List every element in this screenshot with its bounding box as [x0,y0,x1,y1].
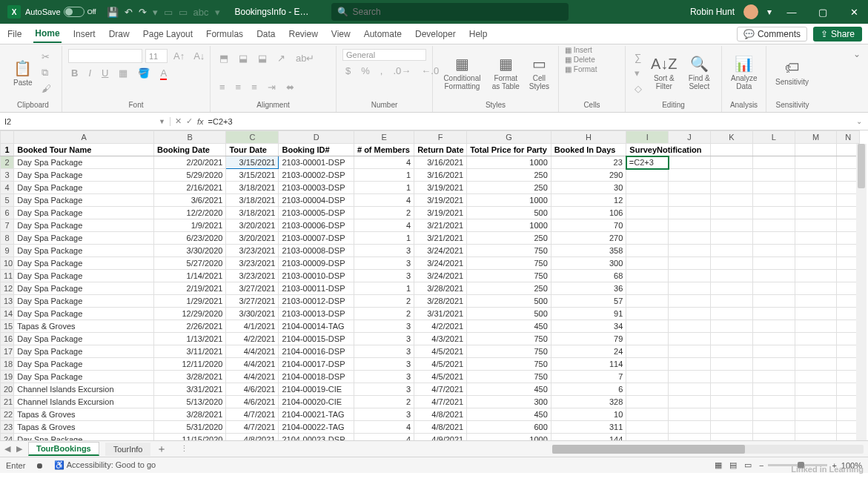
cell[interactable]: 3/23/2021 [226,257,279,270]
cell[interactable] [710,245,752,257]
tab-view[interactable]: View [330,26,352,42]
cell[interactable] [626,408,669,421]
expand-formula-bar-icon[interactable]: ⌄ [850,117,868,125]
scrollbar-thumb[interactable] [858,144,865,188]
cell[interactable]: 3/28/2021 [414,282,467,295]
find-select-button[interactable]: 🔍Find & Select [683,53,715,92]
cell[interactable]: Total Price for Party [467,144,551,156]
cell[interactable]: 4/1/2021 [226,320,279,333]
cell[interactable] [795,282,837,295]
cell[interactable] [710,320,752,333]
format-as-table-button[interactable]: ▦Format as Table [488,53,523,92]
align-right-icon[interactable]: ≡ [248,80,260,94]
cell[interactable]: 34 [551,320,626,333]
cell[interactable]: 2103-00011-DSP [279,282,354,295]
format-cells-button[interactable]: ▦ Format [565,65,619,73]
col-header-D[interactable]: D [279,131,354,144]
currency-icon[interactable]: $ [342,64,354,78]
col-header-I[interactable]: I [626,131,669,144]
bold-icon[interactable]: B [68,66,81,80]
cell[interactable] [795,232,837,245]
cell[interactable] [795,408,837,421]
cell[interactable]: 2 [354,207,414,219]
macro-record-icon[interactable]: ⏺ [36,461,44,470]
document-name[interactable]: BookingsInfo - E… [235,7,309,17]
cell[interactable]: 1 [354,232,414,245]
cell[interactable] [626,182,669,194]
cell[interactable]: 4/6/2021 [226,383,279,396]
cut-icon[interactable]: ✂ [39,50,54,64]
cell[interactable]: 500 [467,207,551,219]
cell[interactable]: 3/24/2021 [414,257,467,270]
cell[interactable]: Day Spa Package [14,182,154,194]
row-header-9[interactable]: 9 [1,245,14,257]
cell[interactable] [669,169,711,182]
new-sheet-button[interactable]: ＋ [156,443,167,456]
cell[interactable] [626,308,669,320]
sort-filter-button[interactable]: A↓ZSort & Filter [648,54,680,92]
cell[interactable] [626,219,669,232]
cell[interactable] [752,257,795,270]
cell[interactable] [795,383,837,396]
cell[interactable]: 3/16/2021 [414,169,467,182]
cell[interactable]: 3/18/2021 [226,182,279,194]
name-box[interactable]: I2 ▼ [0,117,170,126]
row-header-6[interactable]: 6 [1,207,14,219]
col-header-L[interactable]: L [752,131,795,144]
fill-color-icon[interactable]: 🪣 [135,66,153,80]
cell[interactable]: 4 [354,421,414,434]
cell[interactable]: Day Spa Package [14,270,154,282]
cell[interactable]: 3/16/2021 [414,156,467,169]
cell[interactable] [710,169,752,182]
cell[interactable]: Day Spa Package [14,434,154,441]
cell[interactable]: 10 [551,408,626,421]
cell[interactable]: 3/23/2021 [226,245,279,257]
cell[interactable] [795,345,837,358]
cell[interactable] [669,345,711,358]
cell[interactable]: 2104-00015-DSP [279,333,354,345]
cell[interactable] [669,371,711,383]
increase-font-icon[interactable]: A↑ [170,49,188,63]
cell[interactable]: 3/28/2021 [154,371,226,383]
cell[interactable]: 1/14/2021 [154,270,226,282]
cell[interactable]: 750 [467,358,551,371]
cell[interactable]: Day Spa Package [14,219,154,232]
cell[interactable] [710,358,752,371]
cell[interactable] [626,396,669,408]
cell[interactable]: 2103-00006-DSP [279,219,354,232]
cell[interactable] [626,320,669,333]
autosave-toggle[interactable]: AutoSave Off [25,7,96,17]
cell[interactable] [752,182,795,194]
cell[interactable]: 750 [467,245,551,257]
cell[interactable]: Booking ID# [279,144,354,156]
row-header-8[interactable]: 8 [1,232,14,245]
cell[interactable]: 1/9/2021 [154,219,226,232]
cell[interactable]: 4/4/2021 [226,358,279,371]
format-painter-icon[interactable]: 🖌 [39,82,54,96]
cell[interactable] [795,421,837,434]
cell[interactable]: 2103-00010-DSP [279,270,354,282]
cell[interactable]: Return Date [414,144,467,156]
cell[interactable]: Tapas & Groves [14,320,154,333]
cell[interactable]: 3/18/2021 [226,207,279,219]
cell[interactable] [669,295,711,308]
cell[interactable] [752,245,795,257]
cell[interactable]: SurveyNotification [626,144,711,156]
qat-more-icon[interactable]: ▾ [153,7,158,18]
cell[interactable]: 3 [354,333,414,345]
ribbon-display-icon[interactable]: ▾ [767,7,772,17]
cell[interactable]: Day Spa Package [14,295,154,308]
tab-formulas[interactable]: Formulas [205,26,245,42]
cell[interactable]: 3/15/2021 [226,169,279,182]
select-all-cell[interactable] [1,131,14,144]
cell[interactable]: 3/31/2021 [414,308,467,320]
cell[interactable]: 70 [551,219,626,232]
cell[interactable]: 5/29/2020 [154,169,226,182]
cell[interactable]: 1000 [467,219,551,232]
cell[interactable]: 1 [354,169,414,182]
cell[interactable]: 3/15/2021 [226,156,279,169]
cell[interactable]: 3/21/2021 [414,219,467,232]
cell[interactable]: 4/3/2021 [414,333,467,345]
cell[interactable]: 2104-00017-DSP [279,358,354,371]
cell[interactable] [795,333,837,345]
